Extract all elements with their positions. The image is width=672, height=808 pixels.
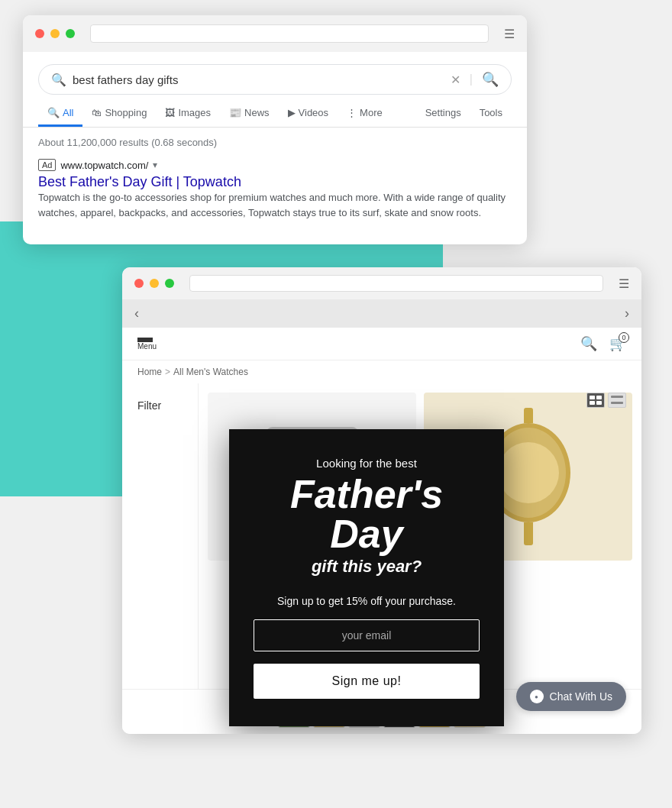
breadcrumb-home[interactable]: Home — [137, 367, 162, 377]
grid-cell-2 — [596, 396, 602, 399]
search-bar-area: 🔍 best fathers day gifts ✕ | 🔍 — [23, 52, 527, 95]
divider: | — [470, 73, 473, 86]
tab-news[interactable]: 📰 News — [220, 101, 279, 127]
tab-more-label: More — [360, 107, 383, 118]
shop-nav-arrows: ‹ › — [122, 299, 641, 328]
tab-shopping[interactable]: 🛍 Shopping — [82, 101, 156, 127]
news-icon: 📰 — [229, 107, 241, 118]
minimize-button-2[interactable] — [150, 279, 159, 288]
list-line-2 — [611, 402, 623, 404]
minimize-button[interactable] — [50, 29, 60, 38]
tab-more[interactable]: ⋮ More — [338, 101, 392, 127]
popup-submit-button[interactable]: Sign me up! — [254, 664, 480, 699]
search-lens-icon: 🔍 — [51, 73, 66, 87]
tab-all[interactable]: 🔍 All — [38, 101, 82, 127]
shop-browser-window: ☰ ‹ › Menu 🔍 🛒 0 Home > All Men's Watche… — [122, 267, 641, 734]
tab-shopping-label: Shopping — [105, 107, 147, 118]
chat-label: Chat With Us — [550, 690, 612, 703]
result-description: Topwatch is the go-to accessories shop f… — [38, 190, 512, 220]
menu-label: Menu — [137, 342, 157, 351]
hamburger-menu-icon[interactable]: ☰ — [504, 27, 515, 41]
popup-subtitle: Looking for the best — [254, 457, 480, 470]
nav-forward-arrow[interactable]: › — [625, 305, 629, 322]
nav-back-arrow[interactable]: ‹ — [134, 305, 139, 322]
email-popup: Looking for the best Father's Day gift t… — [229, 429, 504, 726]
browser-titlebar-2: ☰ — [122, 267, 641, 299]
address-bar-1[interactable] — [90, 24, 489, 43]
tab-settings[interactable]: Settings — [416, 101, 470, 127]
search-input-wrapper: 🔍 best fathers day gifts ✕ | 🔍 — [38, 64, 512, 95]
search-submit-icon[interactable]: 🔍 — [482, 71, 499, 88]
google-browser-window: ☰ 🔍 best fathers day gifts ✕ | 🔍 🔍 All 🛍… — [23, 15, 527, 244]
breadcrumb: Home > All Men's Watches — [122, 360, 641, 383]
shop-header: Menu 🔍 🛒 0 — [122, 328, 641, 360]
breadcrumb-current: All Men's Watches — [173, 367, 248, 377]
watch-face — [498, 442, 559, 503]
close-button[interactable] — [35, 29, 44, 38]
grid-list-button[interactable] — [608, 393, 626, 408]
more-dots-icon: ⋮ — [347, 107, 357, 118]
shop-content-area: Filter — [122, 383, 641, 689]
filter-label[interactable]: Filter — [137, 399, 161, 412]
ad-badge: Ad — [38, 159, 56, 171]
videos-icon: ▶ — [288, 107, 296, 118]
result-title-link[interactable]: Best Father's Day Gift | Topwatch — [38, 174, 241, 189]
google-search-content: 🔍 best fathers day gifts ✕ | 🔍 🔍 All 🛍 S… — [23, 52, 527, 244]
chat-bubble-icon — [530, 690, 544, 703]
popup-title-sub: gift this year? — [254, 557, 480, 577]
watch-band-top — [524, 408, 533, 423]
ad-dropdown-icon[interactable]: ▾ — [153, 160, 157, 170]
popup-title: Father's Day — [254, 474, 480, 554]
results-count: About 11,200,000 results (0.68 seconds) — [38, 137, 512, 148]
clear-search-icon[interactable]: ✕ — [451, 73, 460, 87]
tab-videos-label: Videos — [299, 107, 329, 118]
grid-cell-1 — [590, 396, 595, 399]
tab-videos[interactable]: ▶ Videos — [279, 101, 338, 127]
tab-images[interactable]: 🖼 Images — [156, 101, 220, 127]
list-line-1 — [611, 396, 623, 398]
all-icon: 🔍 — [47, 107, 60, 118]
cart-icon[interactable]: 🛒 0 — [609, 335, 626, 352]
tab-images-label: Images — [178, 107, 211, 118]
tab-news-label: News — [244, 107, 270, 118]
tab-tools[interactable]: Tools — [470, 101, 512, 127]
browser-titlebar-1: ☰ — [23, 15, 527, 52]
shop-header-icons: 🔍 🛒 0 — [580, 335, 626, 352]
search-results-area: About 11,200,000 results (0.68 seconds) … — [23, 128, 527, 229]
search-tabs: 🔍 All 🛍 Shopping 🖼 Images 📰 News ▶ Video… — [23, 95, 527, 128]
ad-label-area: Ad www.topwatch.com/ ▾ — [38, 159, 512, 171]
grid-cell-4 — [596, 401, 602, 405]
images-icon: 🖼 — [165, 107, 175, 118]
tab-all-label: All — [63, 107, 73, 118]
ad-url: www.topwatch.com/ — [60, 160, 148, 171]
address-bar-2[interactable] — [189, 275, 603, 292]
grid-toggle-area — [586, 393, 626, 408]
popup-offer: Sign up to get 15% off your purchase. — [254, 595, 480, 607]
menu-icon-area[interactable]: Menu — [137, 338, 157, 351]
tab-tools-label: Tools — [480, 107, 502, 118]
maximize-button-2[interactable] — [165, 279, 174, 288]
search-icon[interactable]: 🔍 — [580, 335, 597, 352]
chat-with-us-button[interactable]: Chat With Us — [516, 682, 626, 711]
breadcrumb-separator: > — [165, 367, 170, 377]
maximize-button[interactable] — [66, 29, 75, 38]
search-input[interactable]: best fathers day gifts — [73, 73, 444, 86]
tab-settings-label: Settings — [425, 107, 461, 118]
watch-band-bottom-analog — [524, 522, 533, 545]
shopping-icon: 🛍 — [92, 107, 102, 118]
grid-cell-3 — [590, 401, 595, 405]
popup-email-input[interactable] — [254, 619, 480, 651]
filter-sidebar: Filter — [122, 383, 199, 689]
cart-count: 0 — [619, 332, 629, 343]
hamburger-menu-icon-2[interactable]: ☰ — [619, 276, 629, 291]
close-button-2[interactable] — [134, 279, 144, 288]
grid-2col-button[interactable] — [586, 393, 605, 408]
